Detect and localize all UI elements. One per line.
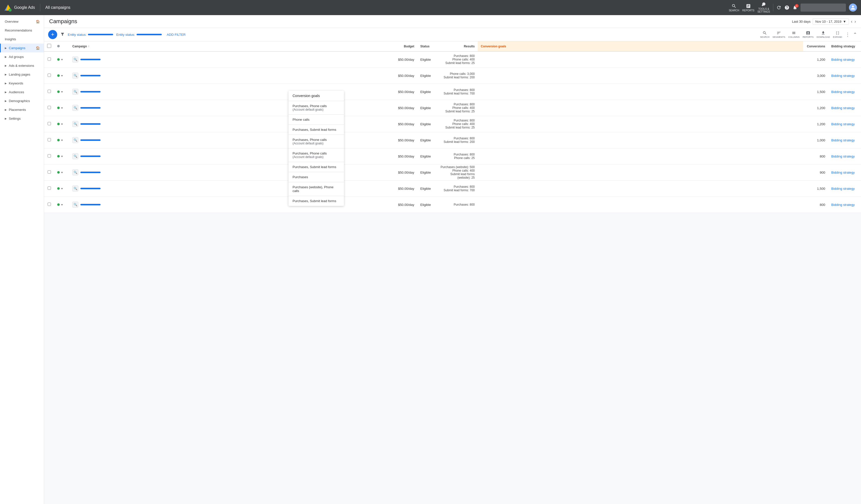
toolbar-segments-label: SEGMENTS: [773, 36, 785, 38]
row-checkbox[interactable]: [47, 138, 51, 141]
status-dropdown-icon[interactable]: ▼: [61, 107, 63, 109]
bidding-strategy-link[interactable]: Bidding strategy: [831, 187, 855, 191]
toolbar-expand-button[interactable]: EXPAND: [833, 31, 842, 38]
collapse-panel-button[interactable]: ⌃: [853, 32, 857, 37]
row-status-cell: ▼: [54, 51, 69, 68]
entity-filter-2[interactable]: Entity status:: [116, 33, 162, 37]
row-checkbox[interactable]: [47, 122, 51, 125]
th-conversions[interactable]: Conversions: [803, 41, 828, 51]
bidding-strategy-link[interactable]: Bidding strategy: [831, 138, 855, 142]
status-dropdown-icon[interactable]: ▼: [61, 58, 63, 61]
th-status-col[interactable]: Status: [417, 41, 437, 51]
status-dropdown-icon[interactable]: ▼: [61, 139, 63, 141]
refresh-button[interactable]: [776, 5, 781, 10]
th-checkbox: [44, 41, 54, 51]
result-line: Phone calls: 3,000: [440, 72, 475, 76]
row-status-text: Eligible: [420, 203, 431, 207]
row-checkbox[interactable]: [47, 187, 51, 190]
row-checkbox[interactable]: [47, 57, 51, 61]
bidding-strategy-link[interactable]: Bidding strategy: [831, 58, 855, 62]
entity-filter-1[interactable]: Entity status:: [68, 33, 113, 37]
row-checkbox[interactable]: [47, 203, 51, 206]
date-prev-button[interactable]: ‹: [851, 19, 852, 24]
status-dropdown-icon[interactable]: ▼: [61, 171, 63, 174]
sidebar-item-ads-extensions[interactable]: ▶ Ads & extensions: [0, 61, 44, 70]
user-avatar[interactable]: [849, 3, 857, 12]
th-campaign[interactable]: Campaign ↑: [69, 41, 395, 51]
bidding-strategy-link[interactable]: Bidding strategy: [831, 154, 855, 158]
settings-arrow-icon: ▶: [5, 117, 7, 120]
bidding-strategy-link[interactable]: Bidding strategy: [831, 171, 855, 174]
status-dropdown-icon[interactable]: ▼: [61, 203, 63, 206]
table-row: ▼ 🔍 $50.00/dayEligiblePurchases (website…: [44, 164, 861, 180]
status-active-dot: [57, 91, 60, 93]
add-campaign-button[interactable]: +: [48, 30, 57, 39]
add-filter-button[interactable]: ADD FILTER: [167, 33, 186, 37]
conversions-col-label: Conversions: [807, 45, 825, 48]
help-button[interactable]: [784, 5, 790, 10]
notification-badge: 1: [795, 4, 798, 8]
row-campaign-cell: 🔍: [69, 196, 395, 213]
result-line: Submit lead forms: 200: [440, 140, 475, 144]
row-budget-cell: $50.00/day: [395, 164, 417, 180]
toolbar-columns-button[interactable]: COLUMNS: [788, 31, 800, 38]
bidding-strategy-link[interactable]: Bidding strategy: [831, 203, 855, 207]
header-reports-button[interactable]: REPORTS: [742, 3, 754, 12]
header-search-field[interactable]: [801, 3, 846, 12]
row-checkbox-cell: [44, 100, 54, 116]
sidebar-item-audiences[interactable]: ▶ Audiences: [0, 88, 44, 96]
sidebar-item-settings[interactable]: ▶ Settings: [0, 114, 44, 123]
sidebar-item-ad-groups[interactable]: ▶ Ad groups: [0, 52, 44, 61]
sidebar-item-campaigns[interactable]: ▶ Campaigns 🏠: [0, 44, 44, 52]
row-campaign-cell: 🔍: [69, 84, 395, 100]
row-checkbox[interactable]: [47, 106, 51, 109]
row-checkbox[interactable]: [47, 90, 51, 93]
row-conv-goals-cell: [478, 51, 803, 68]
status-dropdown-icon[interactable]: ▼: [61, 91, 63, 93]
campaign-type-icon: 🔍: [72, 56, 78, 63]
row-checkbox[interactable]: [47, 171, 51, 174]
date-range-selector[interactable]: Nov 10 - 17, 2019 ▼: [812, 18, 849, 25]
bidding-strategy-link[interactable]: Bidding strategy: [831, 106, 855, 110]
result-line: Phone calls: 400: [440, 58, 475, 61]
sidebar-item-insights[interactable]: Insights: [0, 35, 44, 44]
toolbar-segments-button[interactable]: SEGMENTS: [773, 31, 785, 38]
row-checkbox[interactable]: [47, 73, 51, 77]
sidebar-item-placements[interactable]: ▶ Placements: [0, 105, 44, 114]
filter-bar-1: [88, 34, 113, 35]
header-tools-button[interactable]: TOOLS &SETTINGS: [757, 2, 770, 13]
select-all-checkbox[interactable]: [47, 44, 51, 48]
row-budget-cell: $50.00/day: [395, 148, 417, 164]
th-bidding[interactable]: Bidding strategy: [828, 41, 861, 51]
status-dropdown-icon[interactable]: ▼: [61, 74, 63, 77]
th-results[interactable]: Results: [437, 41, 478, 51]
sidebar-item-overview[interactable]: Overview 🏠: [0, 17, 44, 26]
notification-button[interactable]: 1: [792, 5, 797, 10]
row-checkbox[interactable]: [47, 154, 51, 158]
date-next-button[interactable]: ›: [855, 19, 856, 24]
sidebar-item-keywords[interactable]: ▶ Keywords: [0, 79, 44, 88]
bidding-strategy-link[interactable]: Bidding strategy: [831, 74, 855, 78]
status-dropdown-icon[interactable]: ▼: [61, 123, 63, 125]
filter-icon[interactable]: [60, 32, 65, 37]
status-dropdown-icon[interactable]: ▼: [61, 155, 63, 158]
campaign-name-bar: [80, 139, 100, 141]
more-options-button[interactable]: ⋮: [845, 31, 850, 38]
sidebar-item-demographics[interactable]: ▶ Demographics: [0, 96, 44, 105]
row-budget-cell: $50.00/day: [395, 51, 417, 68]
sidebar-item-landing-pages[interactable]: ▶ Landing pages: [0, 70, 44, 79]
header-search-button[interactable]: SEARCH: [729, 3, 739, 12]
toolbar-search-button[interactable]: SEARCH: [760, 31, 769, 38]
toolbar-reports-button[interactable]: REPORTS: [803, 31, 814, 38]
th-budget[interactable]: Budget: [395, 41, 417, 51]
row-status-cell: ▼: [54, 100, 69, 116]
ad-groups-arrow-icon: ▶: [5, 55, 7, 58]
bidding-strategy-link[interactable]: Bidding strategy: [831, 122, 855, 126]
th-conv-goals[interactable]: Conversion goals: [478, 41, 803, 51]
bidding-strategy-link[interactable]: Bidding strategy: [831, 90, 855, 94]
row-status-cell: ▼: [54, 68, 69, 84]
sidebar-item-recommendations[interactable]: Recommendations: [0, 26, 44, 35]
status-dropdown-icon[interactable]: ▼: [61, 187, 63, 190]
search-label: SEARCH: [729, 9, 739, 12]
toolbar-download-button[interactable]: DOWNLOAD: [817, 31, 830, 38]
